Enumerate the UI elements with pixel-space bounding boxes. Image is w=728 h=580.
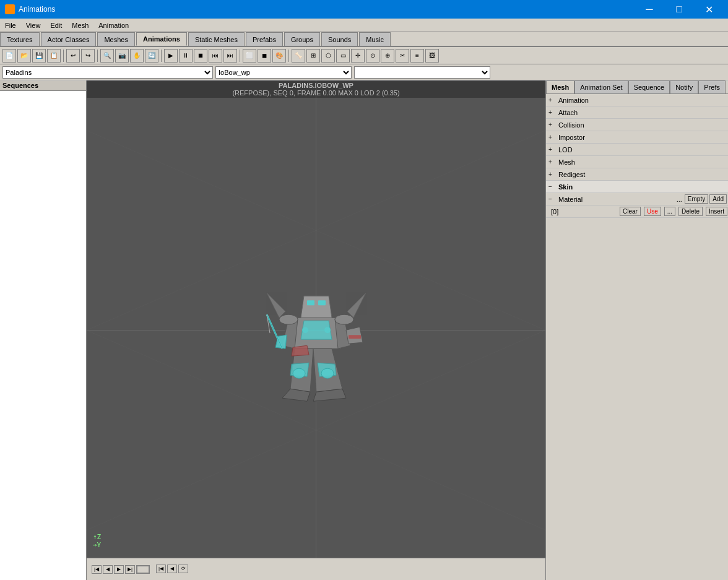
menu-animation[interactable]: Animation — [93, 20, 134, 30]
menu-bar: File View Edit Mesh Animation — [0, 19, 728, 32]
tool-floor[interactable]: ▭ — [336, 49, 350, 63]
prop-animation-label: Animation — [558, 97, 589, 104]
tool-undo[interactable]: ↩ — [66, 49, 80, 63]
package-dropdown[interactable]: Paladins — [2, 66, 213, 79]
tool-search[interactable]: 🔍 — [100, 49, 114, 63]
right-tab-mesh[interactable]: Mesh — [546, 80, 574, 93]
material-use-dots-button[interactable]: ... — [664, 207, 675, 216]
vp-btn-prev-start2[interactable]: |◀ — [156, 565, 166, 573]
right-tab-animation-set[interactable]: Animation Set — [574, 80, 628, 93]
prop-lod[interactable]: + LOD — [546, 144, 728, 156]
vp-btn-prev2[interactable]: ◀ — [167, 565, 177, 573]
right-tab-notify[interactable]: Notify — [670, 80, 698, 93]
tab-prefabs[interactable]: Prefabs — [246, 32, 283, 46]
maximize-button[interactable]: □ — [665, 0, 693, 19]
prop-skin-label: Skin — [558, 183, 573, 191]
tool-solid[interactable]: ◼ — [258, 49, 271, 63]
prop-animation[interactable]: + Animation — [546, 94, 728, 106]
prop-collision[interactable]: + Collision — [546, 119, 728, 131]
skin-empty-button[interactable]: Empty — [685, 194, 708, 204]
tool-prev-frame[interactable]: ⏮ — [209, 49, 222, 63]
prop-impostor-label: Impostor — [558, 134, 585, 141]
property-tree: + Animation + Attach + Collision + Impos… — [546, 94, 728, 580]
prop-animation-expand: + — [548, 97, 558, 103]
tool-open[interactable]: 📂 — [17, 49, 31, 63]
prop-mesh[interactable]: + Mesh — [546, 156, 728, 168]
tool-camera[interactable]: 📷 — [115, 49, 129, 63]
title-bar-controls[interactable]: ─ □ ✕ — [635, 0, 723, 19]
material-delete-button[interactable]: Delete — [678, 207, 703, 216]
extra-dropdown[interactable] — [354, 66, 490, 79]
skin-add-button[interactable]: Add — [709, 194, 727, 204]
tab-animations[interactable]: Animations — [136, 32, 187, 46]
menu-mesh[interactable]: Mesh — [67, 20, 93, 30]
prop-impostor[interactable]: + Impostor — [546, 131, 728, 144]
tool-redo[interactable]: ↪ — [81, 49, 95, 63]
prop-attach-expand: + — [548, 109, 558, 116]
prop-attach-label: Attach — [558, 109, 578, 116]
tool-play[interactable]: ▶ — [164, 49, 178, 63]
vp-btn-prev-start[interactable]: |◀ — [92, 565, 102, 574]
tool-pause[interactable]: ⏸ — [179, 49, 193, 63]
prop-skin[interactable]: − Skin — [546, 181, 728, 193]
viewport[interactable]: PALADINS.IOBOW_WP (REFPOSE), SEQ 0, FRAM… — [87, 80, 545, 580]
tool-next-frame[interactable]: ⏭ — [223, 49, 237, 63]
tab-meshes[interactable]: Meshes — [97, 32, 135, 46]
scroll-track-h[interactable] — [136, 565, 150, 574]
prop-collision-expand: + — [548, 121, 558, 128]
close-button[interactable]: ✕ — [695, 0, 723, 19]
tool-new[interactable]: 📄 — [2, 49, 16, 63]
prop-lod-label: LOD — [558, 146, 573, 154]
tab-static-meshes[interactable]: Static Meshes — [188, 32, 245, 46]
tool-clip[interactable]: ✂ — [396, 49, 409, 63]
material-insert-button[interactable]: Insert — [706, 207, 727, 216]
minimize-button[interactable]: ─ — [635, 0, 664, 19]
left-panel: Sequences — [0, 80, 87, 580]
tool-socket[interactable]: ⊙ — [366, 49, 379, 63]
prop-lod-expand: + — [548, 146, 558, 153]
vp-btn-prev[interactable]: ◀ — [103, 565, 113, 574]
dropdown-row: Paladins IoBow_wp — [0, 64, 728, 80]
menu-view[interactable]: View — [21, 20, 46, 30]
right-tab-prefs[interactable]: Prefs — [698, 80, 726, 93]
vp-btn-loop[interactable]: ⟳ — [178, 565, 188, 573]
sequences-list[interactable] — [0, 91, 86, 580]
tab-textures[interactable]: Textures — [0, 32, 40, 46]
tool-material[interactable]: 🖼 — [425, 49, 439, 63]
tool-rotate[interactable]: 🔄 — [145, 49, 158, 63]
vp-btn-next[interactable]: ▶| — [125, 565, 135, 574]
menu-edit[interactable]: Edit — [45, 20, 67, 30]
tab-music[interactable]: Music — [359, 32, 391, 46]
prop-attach[interactable]: + Attach — [546, 106, 728, 119]
menu-file[interactable]: File — [0, 20, 21, 30]
mesh-dropdown[interactable]: IoBow_wp — [215, 66, 352, 79]
svg-marker-8 — [301, 296, 332, 318]
tool-axis[interactable]: ✛ — [351, 49, 365, 63]
tool-stop[interactable]: ⏹ — [194, 49, 207, 63]
material-index-row: [0] Clear Use ... Delete Insert — [546, 206, 728, 218]
tool-save[interactable]: 💾 — [32, 49, 46, 63]
mesh-display — [248, 268, 384, 424]
material-use-button[interactable]: Use — [644, 207, 661, 216]
title-bar: Animations ─ □ ✕ — [0, 0, 728, 19]
tool-textured[interactable]: 🎨 — [272, 49, 286, 63]
tab-groups[interactable]: Groups — [284, 32, 320, 46]
skin-material-row: − Material ... Empty Add — [546, 193, 728, 206]
svg-marker-32 — [347, 293, 366, 318]
tool-attach[interactable]: ⊕ — [381, 49, 394, 63]
tab-actor-classes[interactable]: Actor Classes — [41, 32, 97, 46]
prop-redigest[interactable]: + Redigest — [546, 168, 728, 181]
tab-sounds[interactable]: Sounds — [321, 32, 358, 46]
tool-copy[interactable]: 📋 — [47, 49, 61, 63]
main-layout: Sequences PALADINS.IOBOW_WP (REFPOSE), S… — [0, 80, 728, 580]
tool-lod[interactable]: ≡ — [410, 49, 424, 63]
tool-grid[interactable]: ⊞ — [306, 49, 320, 63]
separator-5 — [288, 50, 289, 62]
tool-bbox[interactable]: ⬡ — [321, 49, 335, 63]
tool-wireframe[interactable]: ⬜ — [243, 49, 256, 63]
tool-bones[interactable]: 🦴 — [292, 49, 305, 63]
material-clear-button[interactable]: Clear — [620, 207, 641, 216]
vp-btn-play[interactable]: ▶ — [114, 565, 124, 574]
tool-pan[interactable]: ✋ — [130, 49, 144, 63]
right-tab-sequence[interactable]: Sequence — [628, 80, 670, 93]
